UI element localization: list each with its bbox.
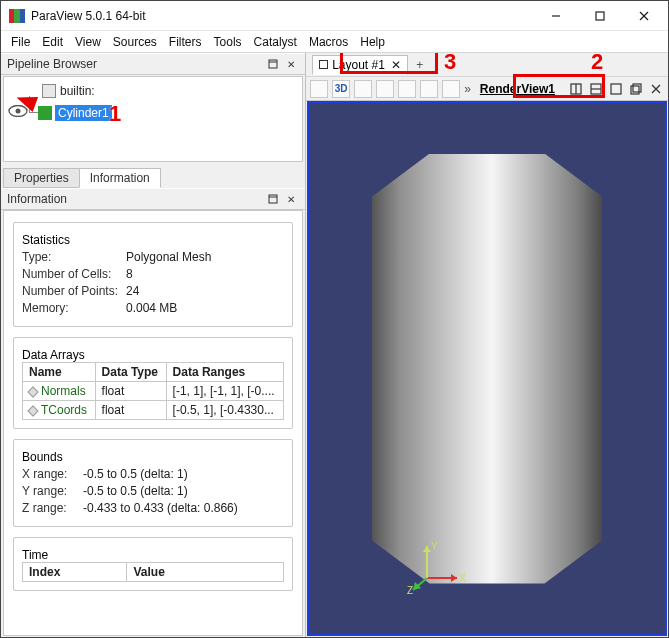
- stat-points-key: Number of Points:: [22, 284, 120, 298]
- orientation-axes-icon: X Y Z: [407, 538, 467, 598]
- bounds-legend: Bounds: [22, 450, 63, 464]
- pipeline-browser-label: Pipeline Browser: [7, 57, 97, 71]
- svg-rect-16: [633, 84, 641, 92]
- tab-properties[interactable]: Properties: [3, 168, 80, 188]
- array-type: float: [95, 382, 166, 401]
- col-type: Data Type: [95, 363, 166, 382]
- menubar: File Edit View Sources Filters Tools Cat…: [1, 31, 668, 53]
- time-group: Time IndexValue: [13, 537, 293, 591]
- layout-tab-label: Layout #1: [332, 58, 385, 72]
- tab-information[interactable]: Information: [79, 168, 161, 188]
- data-arrays-group: Data Arrays NameData TypeData Ranges Nor…: [13, 337, 293, 429]
- bounds-z-key: Z range:: [22, 501, 77, 515]
- menu-macros[interactable]: Macros: [309, 31, 348, 53]
- information-panel: Statistics Type:Polygonal Mesh Number of…: [3, 210, 303, 636]
- toolbar-icon[interactable]: [398, 80, 416, 98]
- minimize-button[interactable]: [534, 2, 578, 30]
- toolbar-icon[interactable]: [420, 80, 438, 98]
- close-view-icon[interactable]: [648, 81, 664, 97]
- svg-rect-14: [611, 84, 621, 94]
- left-pane: Pipeline Browser ✕ builtin: Cylinder1: [1, 53, 306, 637]
- svg-text:Z: Z: [407, 585, 413, 596]
- menu-sources[interactable]: Sources: [113, 31, 157, 53]
- close-info-icon[interactable]: ✕: [283, 191, 299, 207]
- stat-points-val: 24: [126, 284, 139, 298]
- table-row[interactable]: TCoordsfloat[-0.5, 1], [-0.4330...: [23, 401, 284, 420]
- properties-tabs: Properties Information: [3, 166, 303, 188]
- menu-view[interactable]: View: [75, 31, 101, 53]
- svg-rect-4: [269, 60, 277, 68]
- stat-memory-val: 0.004 MB: [126, 301, 177, 315]
- svg-text:Y: Y: [431, 541, 438, 552]
- svg-rect-8: [269, 195, 277, 203]
- window-title: ParaView 5.0.1 64-bit: [31, 9, 534, 23]
- close-button[interactable]: [622, 2, 666, 30]
- maximize-view-icon[interactable]: [608, 81, 624, 97]
- source-item[interactable]: Cylinder1: [55, 105, 112, 121]
- view-toolbar: 3D » RenderView1: [306, 77, 668, 101]
- server-icon: [42, 84, 56, 98]
- col-name: Name: [23, 363, 96, 382]
- layout-tab[interactable]: Layout #1 ✕: [312, 55, 408, 75]
- statistics-legend: Statistics: [22, 233, 70, 247]
- col-range: Data Ranges: [166, 363, 284, 382]
- stat-type-key: Type:: [22, 250, 120, 264]
- render-view[interactable]: X Y Z: [307, 101, 667, 636]
- render-view-label[interactable]: RenderView1: [475, 81, 560, 97]
- menu-filters[interactable]: Filters: [169, 31, 202, 53]
- data-arrays-legend: Data Arrays: [22, 348, 85, 362]
- pipeline-browser[interactable]: builtin: Cylinder1: [3, 76, 303, 162]
- menu-catalyst[interactable]: Catalyst: [254, 31, 297, 53]
- toolbar-icon[interactable]: [310, 80, 328, 98]
- layout-tabbar: Layout #1 ✕ +: [306, 53, 668, 77]
- array-name: Normals: [41, 384, 86, 398]
- close-panel-icon[interactable]: ✕: [283, 56, 299, 72]
- point-data-icon: [27, 386, 38, 397]
- maximize-button[interactable]: [578, 2, 622, 30]
- split-h-icon[interactable]: [568, 81, 584, 97]
- table-row[interactable]: Normalsfloat[-1, 1], [-1, 1], [-0....: [23, 382, 284, 401]
- mode-3d-button[interactable]: 3D: [332, 80, 350, 98]
- add-layout-button[interactable]: +: [412, 58, 428, 72]
- app-window: ParaView 5.0.1 64-bit File Edit View Sou…: [0, 0, 669, 638]
- float-info-icon[interactable]: [265, 191, 281, 207]
- menu-file[interactable]: File: [11, 31, 30, 53]
- source-icon: [38, 106, 52, 120]
- svg-rect-1: [596, 12, 604, 20]
- float-panel-icon[interactable]: [265, 56, 281, 72]
- array-name: TCoords: [41, 403, 87, 417]
- bounds-y-val: -0.5 to 0.5 (delta: 1): [83, 484, 188, 498]
- information-label: Information: [7, 192, 67, 206]
- server-label[interactable]: builtin:: [60, 84, 95, 98]
- right-pane: Layout #1 ✕ + 3D » RenderView1: [306, 53, 668, 637]
- restore-view-icon[interactable]: [628, 81, 644, 97]
- visibility-eye-icon[interactable]: [8, 105, 28, 117]
- svg-marker-20: [451, 574, 457, 582]
- bounds-group: Bounds X range:-0.5 to 0.5 (delta: 1) Y …: [13, 439, 293, 527]
- bounds-x-val: -0.5 to 0.5 (delta: 1): [83, 467, 188, 481]
- svg-marker-23: [423, 546, 431, 552]
- point-data-icon: [27, 405, 38, 416]
- stat-memory-key: Memory:: [22, 301, 120, 315]
- close-layout-icon[interactable]: ✕: [391, 58, 401, 72]
- toolbar-icon[interactable]: [376, 80, 394, 98]
- svg-rect-15: [631, 86, 639, 94]
- menu-edit[interactable]: Edit: [42, 31, 63, 53]
- split-v-icon[interactable]: [588, 81, 604, 97]
- toolbar-icon[interactable]: [354, 80, 372, 98]
- stat-cells-key: Number of Cells:: [22, 267, 120, 281]
- menu-help[interactable]: Help: [360, 31, 385, 53]
- data-arrays-table: NameData TypeData Ranges Normalsfloat[-1…: [22, 362, 284, 420]
- svg-text:X: X: [459, 573, 466, 584]
- time-table: IndexValue: [22, 562, 284, 582]
- bounds-y-key: Y range:: [22, 484, 77, 498]
- array-type: float: [95, 401, 166, 420]
- array-range: [-1, 1], [-1, 1], [-0....: [166, 382, 284, 401]
- bounds-x-key: X range:: [22, 467, 77, 481]
- stat-type-val: Polygonal Mesh: [126, 250, 211, 264]
- cylinder-geometry: [372, 154, 602, 584]
- toolbar-icon[interactable]: [442, 80, 460, 98]
- layout-icon: [319, 60, 328, 69]
- titlebar: ParaView 5.0.1 64-bit: [1, 1, 668, 31]
- menu-tools[interactable]: Tools: [214, 31, 242, 53]
